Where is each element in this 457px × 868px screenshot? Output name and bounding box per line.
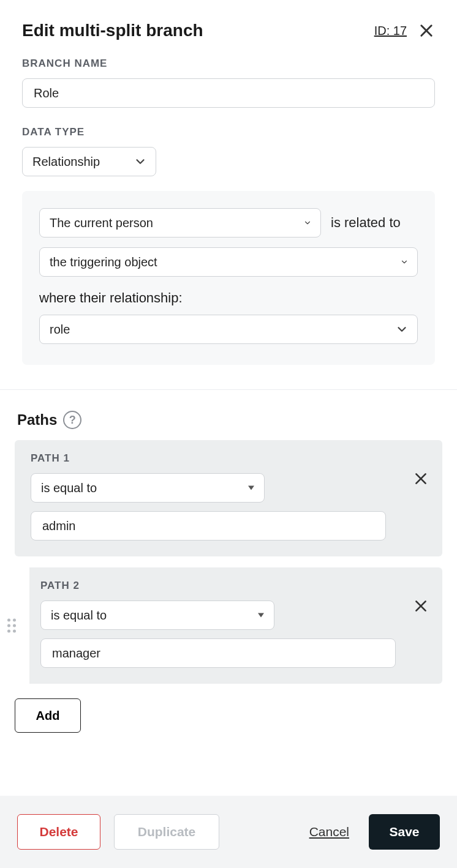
relationship-object-value: the triggering object — [50, 255, 157, 269]
path-card: PATH 1 is equal to — [15, 440, 442, 556]
path-operator-select[interactable]: is equal to — [40, 600, 274, 630]
relationship-object-select[interactable]: the triggering object — [39, 247, 418, 277]
remove-path-icon[interactable] — [413, 598, 429, 614]
delete-button[interactable]: Delete — [17, 814, 100, 850]
relationship-panel: The current person is related to the tri… — [22, 191, 435, 365]
modal-header: Edit multi-split branch ID: 17 — [0, 0, 457, 58]
help-icon[interactable]: ? — [63, 411, 81, 429]
chevron-down-icon — [134, 155, 147, 168]
path-value-input[interactable] — [40, 638, 396, 668]
chevron-down-icon — [400, 258, 409, 266]
path-value-input[interactable] — [31, 511, 386, 541]
chevron-down-icon — [303, 219, 312, 227]
path-operator-value: is equal to — [41, 481, 97, 495]
path-card: PATH 2 is equal to — [23, 567, 442, 684]
cancel-link[interactable]: Cancel — [303, 825, 355, 839]
data-type-select[interactable]: Relationship — [22, 147, 156, 176]
drag-handle-icon[interactable] — [7, 619, 16, 633]
add-path-button[interactable]: Add — [15, 698, 81, 733]
remove-path-icon[interactable] — [413, 471, 429, 487]
modal-title: Edit multi-split branch — [22, 21, 203, 40]
branch-name-label: BRANCH NAME — [22, 58, 435, 70]
relationship-where-label: where their relationship: — [39, 290, 418, 306]
footer-bar: Delete Duplicate Cancel Save — [0, 796, 457, 868]
caret-down-icon — [258, 613, 264, 618]
path-operator-select[interactable]: is equal to — [31, 473, 265, 503]
relationship-subject-select[interactable]: The current person — [39, 208, 321, 238]
paths-heading: Paths — [17, 411, 57, 428]
relationship-attribute-value: role — [50, 323, 70, 337]
branch-name-input[interactable] — [22, 78, 435, 108]
relationship-connector-text: is related to — [331, 215, 401, 231]
close-icon[interactable] — [418, 22, 435, 39]
save-button[interactable]: Save — [369, 814, 440, 850]
relationship-attribute-select[interactable]: role — [39, 315, 418, 344]
path-title: PATH 1 — [31, 452, 426, 465]
header-right: ID: 17 — [374, 22, 435, 39]
path-title: PATH 2 — [40, 580, 426, 592]
section-divider — [0, 389, 457, 390]
relationship-subject-value: The current person — [50, 216, 153, 230]
chevron-down-icon — [395, 323, 409, 336]
paths-header: Paths ? — [0, 411, 457, 440]
path-operator-value: is equal to — [51, 608, 107, 623]
duplicate-button: Duplicate — [114, 814, 219, 850]
data-type-label: DATA TYPE — [22, 126, 435, 138]
data-type-value: Relationship — [32, 155, 100, 169]
caret-down-icon — [248, 486, 254, 490]
id-link[interactable]: ID: 17 — [374, 24, 407, 38]
